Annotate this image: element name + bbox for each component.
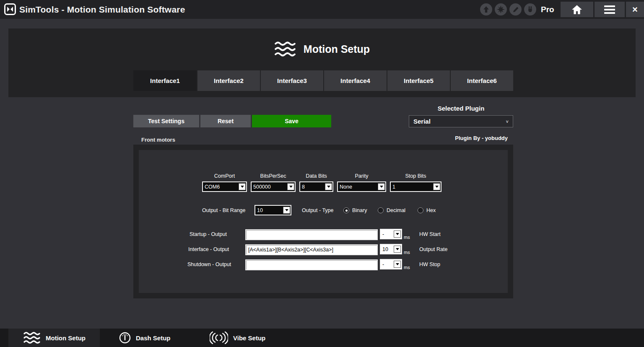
output-rate-label: Output Rate (419, 246, 447, 252)
nav-motion-setup-label: Motion Setup (46, 334, 86, 342)
page-title: Motion Setup (304, 43, 370, 55)
bitspersec-label: BitsPerSec (251, 173, 296, 179)
home-button[interactable] (561, 2, 593, 17)
nav-dash-setup[interactable]: Dash Setup (110, 329, 194, 347)
stopbits-label: Stop Bits (390, 173, 441, 179)
radio-binary-label: Binary (352, 207, 367, 213)
close-button[interactable]: × (626, 2, 644, 17)
reset-button[interactable]: Reset (200, 115, 251, 127)
plug-icon[interactable] (524, 3, 536, 16)
comport-select[interactable]: COM6 (202, 181, 247, 192)
databits-value: 8 (300, 184, 325, 190)
dropdown-arrow-icon[interactable] (287, 183, 294, 190)
hw-stop-label: HW Stop (419, 262, 440, 267)
hamburger-icon (604, 5, 615, 14)
dropdown-arrow-icon[interactable] (394, 246, 401, 253)
nav-motion-setup[interactable]: Motion Setup (8, 329, 100, 347)
bit-range-label: Output - Bit Range (202, 207, 246, 213)
radio-selected-icon (343, 207, 349, 213)
home-icon (571, 5, 582, 15)
simtools-logo-icon (4, 3, 16, 15)
plugin-author-label: Plugin By - yobuddy (409, 135, 508, 141)
databits-label: Data Bits (299, 173, 333, 179)
parity-select[interactable]: None (337, 181, 386, 192)
dropdown-arrow-icon[interactable] (325, 183, 332, 190)
group-title: Front motors (141, 137, 175, 143)
update-icon[interactable] (480, 3, 492, 16)
test-settings-button[interactable]: Test Settings (133, 115, 199, 127)
shutdown-output-input[interactable] (245, 259, 378, 270)
title-bar: SimTools - Motion Simulation Software Pr… (0, 0, 644, 19)
output-rate-select[interactable]: 10 (380, 244, 402, 254)
radio-decimal[interactable]: Decimal (378, 207, 405, 213)
startup-output-label: Startup - Output (190, 231, 227, 237)
bit-range-value: 10 (255, 207, 283, 213)
comport-label: ComPort (202, 173, 247, 179)
bottom-nav-bar: Motion Setup Dash Setup (0, 329, 644, 347)
dropdown-arrow-icon[interactable] (378, 183, 385, 190)
shutdown-interval-select[interactable]: - (380, 259, 402, 269)
pencil-icon[interactable] (509, 3, 522, 16)
gauge-icon (119, 332, 131, 344)
settings-inner-panel (139, 150, 508, 293)
shutdown-output-label: Shutdown - Output (187, 262, 231, 267)
radio-hex-label: Hex (426, 207, 436, 213)
interface-tabs: Interface1 Interface2 Interface3 Interfa… (133, 70, 513, 91)
close-icon: × (632, 5, 638, 14)
tab-interface2[interactable]: Interface2 (197, 70, 260, 91)
tab-interface1[interactable]: Interface1 (133, 70, 197, 91)
parity-value: None (338, 184, 377, 190)
window-title: SimTools - Motion Simulation Software (19, 0, 185, 19)
interface-output-label: Interface - Output (188, 246, 229, 252)
shutdown-interval-value: - (381, 262, 393, 267)
menu-button[interactable] (595, 2, 625, 17)
radio-binary[interactable]: Binary (343, 207, 367, 213)
output-type-label: Output - Type (302, 207, 334, 213)
waves-icon (274, 41, 296, 57)
burst-icon[interactable] (495, 3, 507, 16)
save-button[interactable]: Save (252, 115, 331, 127)
dropdown-arrow-icon[interactable] (394, 261, 401, 268)
tab-interface5[interactable]: Interface5 (387, 70, 450, 91)
hw-start-label: HW Start (419, 231, 441, 237)
radio-unselected-icon (378, 207, 384, 213)
tab-interface4[interactable]: Interface4 (323, 70, 387, 91)
stopbits-value: 1 (391, 184, 433, 190)
tab-interface3[interactable]: Interface3 (260, 70, 323, 91)
shutdown-ms-label: ms (404, 265, 410, 270)
nav-dash-setup-label: Dash Setup (136, 334, 171, 342)
tab-interface6[interactable]: Interface6 (450, 70, 513, 91)
bit-range-select[interactable]: 10 (254, 205, 291, 215)
stopbits-select[interactable]: 1 (390, 181, 441, 192)
startup-interval-select[interactable]: - (380, 229, 402, 239)
dropdown-arrow-icon[interactable] (433, 183, 440, 190)
plugin-select-value: Serial (409, 118, 506, 125)
nav-vibe-setup[interactable]: Vibe Setup (200, 329, 284, 347)
bitspersec-value: 500000 (252, 184, 287, 190)
nav-vibe-setup-label: Vibe Setup (233, 334, 265, 342)
radio-hex[interactable]: Hex (418, 207, 436, 213)
startup-output-input[interactable] (245, 229, 378, 240)
interface-ms-label: ms (404, 250, 410, 255)
output-rate-value: 10 (381, 246, 393, 252)
startup-ms-label: ms (404, 235, 410, 240)
parity-label: Parity (337, 173, 386, 179)
waves-icon (23, 331, 41, 344)
startup-interval-value: - (381, 231, 393, 237)
chevron-down-icon: ˅ (506, 119, 513, 124)
vibration-icon (210, 331, 228, 344)
motion-setup-panel: Motion Setup Interface1 Interface2 Inter… (8, 28, 636, 97)
pro-badge: Pro (541, 0, 554, 19)
bitspersec-select[interactable]: 500000 (251, 181, 296, 192)
interface-output-input[interactable] (245, 244, 378, 255)
dropdown-arrow-icon[interactable] (283, 207, 290, 214)
page-header: Motion Setup (8, 41, 636, 57)
simtools-window: SimTools - Motion Simulation Software Pr… (0, 0, 644, 347)
comport-value: COM6 (203, 184, 238, 190)
dropdown-arrow-icon[interactable] (239, 183, 246, 190)
radio-decimal-label: Decimal (387, 207, 405, 213)
plugin-select[interactable]: Serial ˅ (409, 115, 513, 127)
databits-select[interactable]: 8 (299, 181, 333, 192)
selected-plugin-label: Selected Plugin (409, 105, 513, 112)
dropdown-arrow-icon[interactable] (394, 230, 401, 238)
